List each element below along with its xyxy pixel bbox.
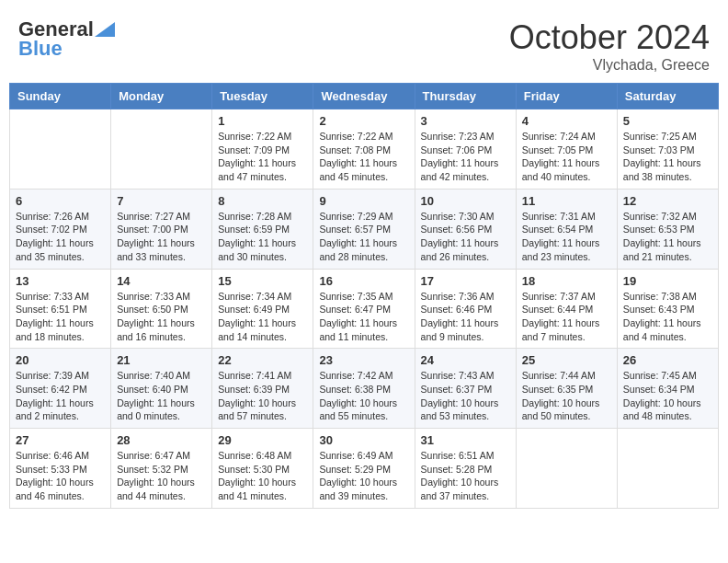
day-info: Sunrise: 7:24 AM xyxy=(522,130,611,144)
day-info: Sunrise: 7:38 AM xyxy=(623,290,712,304)
calendar-cell xyxy=(617,429,718,509)
day-info: Sunset: 6:35 PM xyxy=(522,383,611,396)
day-info: Sunrise: 7:23 AM xyxy=(421,130,510,144)
day-info: Daylight: 10 hours and 55 minutes. xyxy=(319,396,408,423)
page-header: General Blue October 2024 Vlychada, Gree… xyxy=(9,9,719,78)
day-number: 30 xyxy=(319,433,408,447)
calendar-cell: 7Sunrise: 7:27 AMSunset: 7:00 PMDaylight… xyxy=(111,189,212,269)
calendar-cell: 3Sunrise: 7:23 AMSunset: 7:06 PMDaylight… xyxy=(415,109,516,190)
day-info: Daylight: 11 hours and 7 minutes. xyxy=(522,316,611,343)
day-info: Sunset: 5:28 PM xyxy=(421,463,510,477)
day-info: Sunset: 6:44 PM xyxy=(522,303,611,316)
calendar-body: 1Sunrise: 7:22 AMSunset: 7:09 PMDaylight… xyxy=(10,109,719,509)
day-info: Daylight: 10 hours and 53 minutes. xyxy=(421,396,510,423)
day-info: Daylight: 11 hours and 9 minutes. xyxy=(421,316,510,343)
calendar-cell: 21Sunrise: 7:40 AMSunset: 6:40 PMDayligh… xyxy=(111,349,212,429)
day-info: Sunrise: 6:46 AM xyxy=(16,449,105,463)
calendar-cell xyxy=(111,109,212,190)
calendar-cell: 23Sunrise: 7:42 AMSunset: 6:38 PMDayligh… xyxy=(313,349,415,429)
day-info: Daylight: 10 hours and 50 minutes. xyxy=(522,396,611,423)
day-number: 12 xyxy=(623,194,712,208)
day-info: Daylight: 11 hours and 16 minutes. xyxy=(117,316,206,343)
day-info: Daylight: 11 hours and 21 minutes. xyxy=(623,236,712,263)
calendar-cell: 6Sunrise: 7:26 AMSunset: 7:02 PMDaylight… xyxy=(10,189,111,269)
calendar-cell: 24Sunrise: 7:43 AMSunset: 6:37 PMDayligh… xyxy=(415,349,516,429)
day-info: Sunrise: 7:29 AM xyxy=(319,210,408,224)
day-info: Daylight: 11 hours and 33 minutes. xyxy=(117,236,206,263)
column-header-sunday: Sunday xyxy=(10,84,111,109)
week-row-2: 6Sunrise: 7:26 AMSunset: 7:02 PMDaylight… xyxy=(10,189,719,269)
day-info: Sunrise: 7:35 AM xyxy=(319,290,408,304)
day-info: Sunset: 6:51 PM xyxy=(16,303,105,316)
day-info: Daylight: 11 hours and 38 minutes. xyxy=(623,156,712,183)
day-info: Sunrise: 7:33 AM xyxy=(16,290,105,304)
day-info: Sunset: 6:39 PM xyxy=(218,383,307,396)
day-info: Sunset: 6:49 PM xyxy=(218,303,307,316)
day-number: 15 xyxy=(218,274,307,288)
calendar-cell: 27Sunrise: 6:46 AMSunset: 5:33 PMDayligh… xyxy=(10,429,111,509)
day-info: Sunrise: 7:30 AM xyxy=(421,210,510,224)
week-row-1: 1Sunrise: 7:22 AMSunset: 7:09 PMDaylight… xyxy=(10,109,719,190)
day-info: Daylight: 11 hours and 11 minutes. xyxy=(319,316,408,343)
day-info: Sunset: 6:37 PM xyxy=(421,383,510,396)
day-info: Daylight: 11 hours and 28 minutes. xyxy=(319,236,408,263)
day-number: 28 xyxy=(117,433,206,447)
calendar-cell: 18Sunrise: 7:37 AMSunset: 6:44 PMDayligh… xyxy=(516,269,617,349)
calendar-cell: 12Sunrise: 7:32 AMSunset: 6:53 PMDayligh… xyxy=(617,189,718,269)
day-info: Sunrise: 7:22 AM xyxy=(218,130,307,144)
column-header-monday: Monday xyxy=(111,84,212,109)
day-number: 18 xyxy=(522,274,611,288)
day-number: 6 xyxy=(16,194,105,208)
column-header-thursday: Thursday xyxy=(415,84,516,109)
day-info: Sunrise: 7:41 AM xyxy=(218,369,307,383)
day-number: 4 xyxy=(522,114,611,128)
day-info: Sunset: 7:02 PM xyxy=(16,223,105,236)
logo-icon xyxy=(95,22,115,37)
day-info: Sunrise: 7:25 AM xyxy=(623,130,712,144)
calendar-cell: 30Sunrise: 6:49 AMSunset: 5:29 PMDayligh… xyxy=(313,429,415,509)
day-number: 16 xyxy=(319,274,408,288)
day-info: Sunset: 7:00 PM xyxy=(117,223,206,236)
day-info: Sunset: 6:38 PM xyxy=(319,383,408,396)
column-header-friday: Friday xyxy=(516,84,617,109)
day-info: Sunset: 5:33 PM xyxy=(16,463,105,477)
column-header-wednesday: Wednesday xyxy=(313,84,415,109)
day-info: Sunset: 6:42 PM xyxy=(16,383,105,396)
day-info: Daylight: 11 hours and 42 minutes. xyxy=(421,156,510,183)
day-info: Sunset: 7:09 PM xyxy=(218,144,307,157)
calendar-cell xyxy=(10,109,111,190)
day-info: Sunset: 5:29 PM xyxy=(319,463,408,477)
day-info: Sunrise: 6:49 AM xyxy=(319,449,408,463)
day-info: Sunrise: 7:27 AM xyxy=(117,210,206,224)
day-number: 13 xyxy=(16,274,105,288)
week-row-5: 27Sunrise: 6:46 AMSunset: 5:33 PMDayligh… xyxy=(10,429,719,509)
day-info: Sunset: 6:50 PM xyxy=(117,303,206,316)
day-info: Daylight: 10 hours and 48 minutes. xyxy=(623,396,712,423)
day-number: 14 xyxy=(117,274,206,288)
day-number: 19 xyxy=(623,274,712,288)
day-info: Sunrise: 6:48 AM xyxy=(218,449,307,463)
day-info: Sunset: 6:46 PM xyxy=(421,303,510,316)
day-info: Daylight: 11 hours and 23 minutes. xyxy=(522,236,611,263)
day-info: Sunrise: 7:37 AM xyxy=(522,290,611,304)
day-info: Sunrise: 7:26 AM xyxy=(16,210,105,224)
day-info: Sunrise: 7:31 AM xyxy=(522,210,611,224)
day-info: Sunset: 6:54 PM xyxy=(522,223,611,236)
day-info: Daylight: 11 hours and 0 minutes. xyxy=(117,396,206,423)
day-info: Daylight: 10 hours and 37 minutes. xyxy=(421,476,510,502)
day-info: Sunset: 6:56 PM xyxy=(421,223,510,236)
day-info: Sunrise: 7:28 AM xyxy=(218,210,307,224)
calendar-cell: 5Sunrise: 7:25 AMSunset: 7:03 PMDaylight… xyxy=(617,109,718,190)
month-title-block: October 2024 Vlychada, Greece xyxy=(509,18,710,74)
day-info: Sunrise: 7:43 AM xyxy=(421,369,510,383)
calendar-header: SundayMondayTuesdayWednesdayThursdayFrid… xyxy=(10,84,719,109)
day-number: 24 xyxy=(421,353,510,367)
week-row-3: 13Sunrise: 7:33 AMSunset: 6:51 PMDayligh… xyxy=(10,269,719,349)
day-number: 10 xyxy=(421,194,510,208)
day-info: Daylight: 11 hours and 40 minutes. xyxy=(522,156,611,183)
day-info: Daylight: 10 hours and 41 minutes. xyxy=(218,476,307,502)
day-info: Sunset: 6:47 PM xyxy=(319,303,408,316)
day-number: 1 xyxy=(218,114,307,128)
day-info: Sunset: 7:05 PM xyxy=(522,144,611,157)
calendar-cell: 26Sunrise: 7:45 AMSunset: 6:34 PMDayligh… xyxy=(617,349,718,429)
